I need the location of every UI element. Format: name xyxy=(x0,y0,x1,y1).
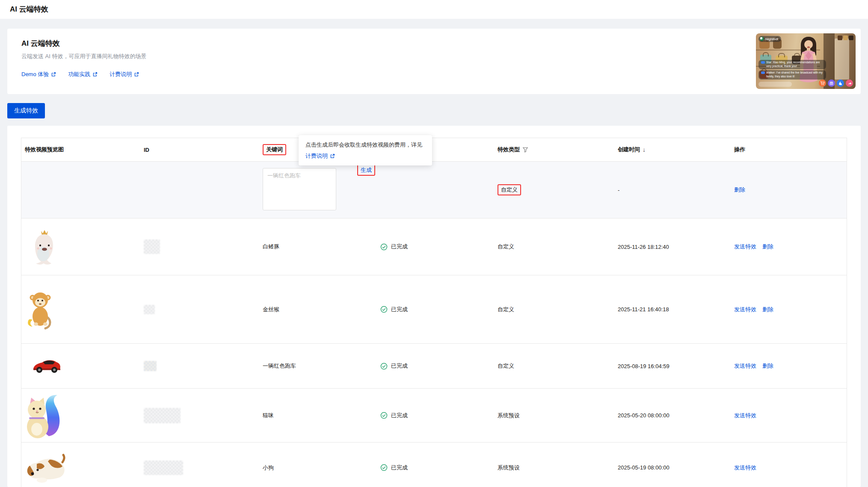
card-description: 云端发送 AI 特效，可应用于直播间礼物特效的场景 xyxy=(21,53,147,60)
send-effect-link[interactable]: 发送特效 xyxy=(734,362,756,370)
generate-annotation-box: 生成 xyxy=(357,164,375,176)
product-icons xyxy=(838,35,853,40)
chat-level-badge-icon xyxy=(761,71,765,74)
external-link-icon xyxy=(92,72,98,77)
ai-cloud-effects-page: AI 云端特效 AI 云端特效 云端发送 AI 特效，可应用于直播间礼物特效的场… xyxy=(0,0,868,487)
cell-preview xyxy=(21,289,140,330)
table-row-new-effect: 自定义 - 删除 生成 xyxy=(21,162,847,218)
check-circle-icon xyxy=(380,243,388,251)
status-text: 已完成 xyxy=(391,464,408,472)
cell-status: 已完成 xyxy=(377,464,494,472)
status-text: 已完成 xyxy=(391,412,408,419)
external-link-icon xyxy=(330,153,335,159)
external-link-icon xyxy=(51,72,56,77)
cell-keyword: 金丝猴 xyxy=(259,306,377,313)
header-type: 特效类型 xyxy=(494,146,614,153)
tooltip-billing-link[interactable]: 计费说明 xyxy=(305,152,335,160)
delete-link[interactable]: 删除 xyxy=(762,306,773,313)
cell-preview xyxy=(21,228,140,265)
billing-doc-link[interactable]: 计费说明 xyxy=(110,71,139,78)
live-action-buttons xyxy=(819,80,853,87)
page-title: AI 云端特效 xyxy=(10,0,48,19)
check-circle-icon xyxy=(380,306,388,313)
product-icon xyxy=(838,35,842,40)
cell-status: 已完成 xyxy=(377,412,494,419)
external-link-icon xyxy=(134,72,139,77)
table-header-row: 特效视频预览图 ID 关键词 特效类型 创建时间 ↓ 操作 xyxy=(21,138,847,162)
filter-icon[interactable] xyxy=(522,147,528,153)
delete-link[interactable]: 删除 xyxy=(762,362,773,370)
send-effect-link[interactable]: 发送特效 xyxy=(734,243,756,251)
intro-card: AI 云端特效 云端发送 AI 特效，可应用于直播间礼物特效的场景 Demo 体… xyxy=(7,29,861,94)
chat-input[interactable] xyxy=(758,82,792,87)
cell-id xyxy=(140,408,259,423)
cell-type: 系统预设 xyxy=(494,464,614,472)
cell-status: 已完成 xyxy=(377,243,494,251)
red-car-preview-image xyxy=(32,357,62,375)
tooltip-text: 点击生成后即会收取生成特效视频的费用，详见 xyxy=(305,141,425,149)
cell-created: 2025-11-26 18:12:40 xyxy=(614,244,731,250)
cell-keyword: 小狗 xyxy=(259,464,377,472)
id-redacted-mosaic xyxy=(144,361,157,371)
keyword-input[interactable] xyxy=(263,168,336,210)
product-icon xyxy=(843,35,848,40)
delete-link[interactable]: 删除 xyxy=(762,243,773,251)
sort-desc-icon[interactable]: ↓ xyxy=(643,146,646,153)
cell-preview xyxy=(21,450,140,485)
cell-keyword: 一辆红色跑车 xyxy=(259,362,377,370)
check-circle-icon xyxy=(380,363,388,370)
nightbot-avatar-icon xyxy=(760,37,764,41)
rainbow-cat-preview-image xyxy=(25,392,62,440)
cell-ops: 发送特效 删除 xyxy=(731,243,847,251)
generate-effect-button[interactable]: 生成特效 xyxy=(7,103,45,118)
cell-type: 自定义 xyxy=(494,306,614,313)
generate-link[interactable]: 生成 xyxy=(361,167,372,173)
id-redacted-mosaic xyxy=(144,408,181,423)
cell-created: 2025-11-21 16:40:18 xyxy=(614,306,731,313)
effects-table-panel: 特效视频预览图 ID 关键词 特效类型 创建时间 ↓ 操作 xyxy=(7,126,861,487)
cell-status: 已完成 xyxy=(377,362,494,370)
type-annotation-box: 自定义 xyxy=(498,184,521,195)
thumbs-up-icon[interactable] xyxy=(837,80,844,87)
id-redacted-mosaic xyxy=(144,239,160,254)
cell-type: 自定义 xyxy=(494,184,614,195)
cart-icon[interactable] xyxy=(819,80,826,87)
cell-ops: 发送特效 删除 xyxy=(731,306,847,313)
demo-link[interactable]: Demo 体验 xyxy=(21,71,56,78)
header-preview: 特效视频预览图 xyxy=(21,146,140,153)
check-circle-icon xyxy=(380,464,388,471)
store-display xyxy=(835,38,849,80)
table-row: 白鳍豚 已完成 自定义 2025-11-26 18:12:40 发送特效 删除 xyxy=(21,218,847,275)
status-text: 已完成 xyxy=(391,306,408,313)
table-row: 一辆红色跑车 已完成 自定义 2025-08-19 16:04:59 发送特效 … xyxy=(21,344,847,389)
product-icon xyxy=(849,35,853,40)
id-redacted-mosaic xyxy=(144,305,155,314)
cell-type: 自定义 xyxy=(494,362,614,370)
practice-link[interactable]: 功能实践 xyxy=(68,71,98,78)
send-effect-link[interactable]: 发送特效 xyxy=(734,464,756,472)
nightbot-badge: Nightbot xyxy=(758,36,781,42)
cell-preview xyxy=(21,392,140,440)
gift-icon[interactable] xyxy=(828,80,835,87)
status-text: 已完成 xyxy=(391,362,408,370)
cell-ops: 发送特效 删除 xyxy=(731,362,847,370)
cell-type: 系统预设 xyxy=(494,412,614,419)
send-effect-link[interactable]: 发送特效 xyxy=(734,412,756,419)
keyword-annotation-box: 关键词 xyxy=(263,144,286,155)
header-created: 创建时间 ↓ xyxy=(614,146,731,153)
card-links: Demo 体验 功能实践 计费说明 xyxy=(21,71,139,78)
share-icon[interactable] xyxy=(846,80,853,87)
demo-video-thumbnail[interactable]: Nightbot Star: Xiao Ming, your recommend… xyxy=(756,33,856,89)
cell-ops: 发送特效 xyxy=(731,412,847,419)
table-row: 小狗 已完成 系统预设 2025-05-19 08:00:00 发送特效 xyxy=(21,443,847,487)
delete-link[interactable]: 删除 xyxy=(734,186,745,194)
cell-status: 已完成 xyxy=(377,306,494,313)
send-effect-link[interactable]: 发送特效 xyxy=(734,306,756,313)
cell-id xyxy=(140,305,259,314)
cell-created: 2025-05-20 08:00:00 xyxy=(614,412,731,419)
cell-created: 2025-08-19 16:04:59 xyxy=(614,363,731,369)
table-row: 猫咪 已完成 系统预设 2025-05-20 08:00:00 发送特效 xyxy=(21,389,847,443)
status-text: 已完成 xyxy=(391,243,408,251)
cell-created: 2025-05-19 08:00:00 xyxy=(614,464,731,471)
billing-tooltip: 点击生成后即会收取生成特效视频的费用，详见 计费说明 xyxy=(299,135,432,165)
